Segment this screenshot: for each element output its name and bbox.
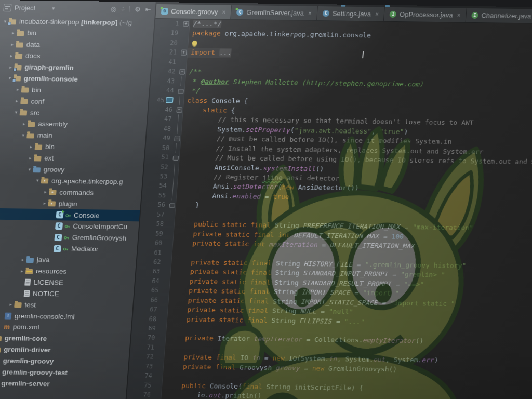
code-token: () [415, 337, 424, 345]
expand-arrow-icon[interactable]: ▸ [26, 155, 34, 161]
code-line-text[interactable]: } [176, 201, 200, 210]
tree-item-label: bin [45, 143, 55, 151]
expand-arrow-icon[interactable]: ▸ [9, 30, 17, 35]
fold-guide-line [176, 143, 177, 153]
code-line-text[interactable] [188, 38, 198, 48]
code-line-text[interactable]: io.out.println() [161, 390, 262, 399]
folder-icon [20, 110, 28, 115]
expand-arrow-icon[interactable]: ▸ [28, 144, 35, 149]
expand-arrow-icon[interactable]: ▾ [26, 167, 34, 172]
code-token: = [317, 241, 330, 249]
code-line-text[interactable]: /*...*/ [190, 19, 222, 29]
editor-tab-opprocessor-java[interactable]: IOpProcessor.java× [384, 7, 467, 22]
fold-marker-icon[interactable] [172, 156, 179, 161]
expand-arrow-icon[interactable]: ▾ [12, 110, 20, 115]
tab-close-icon[interactable]: × [457, 11, 461, 19]
tab-close-icon[interactable]: × [308, 9, 312, 17]
expand-arrow-icon[interactable]: ▸ [14, 87, 22, 92]
settings-gear-icon[interactable]: ⚙ [135, 5, 141, 13]
code-line-text[interactable] [172, 248, 176, 257]
editor-tab-gremlinserver-java[interactable]: CGremlinServer.java× [231, 5, 318, 20]
code-token: static [203, 106, 228, 114]
folder-source-icon [33, 167, 41, 172]
line-number: 57 [140, 209, 168, 219]
code-token: err [422, 356, 435, 364]
fold-marker-icon[interactable] [178, 89, 184, 94]
screen: Project ▾ ◎÷⚙⇤ ▾incubator-tinkerpop [tin… [0, 0, 532, 399]
code-line-text[interactable]: import ... [188, 48, 232, 58]
intention-bulb-icon[interactable] [192, 41, 197, 46]
expand-arrow-icon[interactable]: ▸ [8, 53, 16, 58]
code-line-text[interactable] [166, 324, 170, 334]
code-token: new [282, 183, 295, 191]
line-number: 45 [149, 95, 177, 105]
locate-icon[interactable]: ◎ [110, 5, 116, 12]
tree-item-label: resources [36, 267, 67, 275]
tab-label: Settings.java [332, 9, 371, 18]
project-view-dropdown[interactable]: ▾ [52, 5, 108, 11]
editor-tab-settings-java[interactable]: CSettings.java× [317, 6, 385, 21]
expand-arrow-icon[interactable]: ▸ [41, 201, 49, 206]
expand-arrow-icon[interactable]: ▸ [20, 121, 28, 126]
expand-arrow-icon[interactable]: ▾ [19, 132, 27, 138]
tree-item-gremlin-driver[interactable]: ▸gremlin-driver [0, 343, 130, 357]
tree-item-label: data [26, 41, 40, 48]
fold-marker-icon[interactable]: + [181, 50, 187, 56]
fold-gutter: − [178, 67, 187, 77]
tree-item-test[interactable]: ▸test [0, 298, 133, 312]
tree-item-pom-xml[interactable]: mpom.xml [0, 321, 131, 335]
code-editor[interactable]: 1+/*...*/19package org.apache.tinkerpop.… [125, 19, 532, 399]
expand-arrow-icon[interactable]: ▸ [8, 42, 16, 47]
code-line-text[interactable] [163, 371, 166, 381]
fold-marker-icon[interactable]: − [179, 69, 185, 75]
mvn-icon: m [4, 324, 10, 330]
tree-item-label: conf [31, 97, 45, 105]
code-token: String [270, 278, 303, 287]
folder-pkg-icon [41, 179, 49, 184]
code-line-text[interactable]: /** [186, 67, 202, 77]
line-number: 48 [147, 124, 175, 134]
tree-item-gremlin-groovy[interactable]: ▸gremlin-groovy [0, 355, 129, 368]
tree-item-gremlin-console-iml[interactable]: Igremlin-console.iml [0, 310, 132, 323]
code-line-text[interactable]: */ [184, 86, 201, 96]
folder-icon [35, 144, 43, 150]
fold-gutter [171, 153, 180, 163]
expand-arrow-icon[interactable]: ▸ [13, 98, 21, 103]
tree-item-gremlin-server[interactable]: ▸gremlin-server [0, 377, 127, 391]
hide-panel-icon[interactable]: ⇤ [145, 5, 151, 13]
expand-arrow-icon[interactable]: ▸ [7, 302, 15, 307]
collapse-all-icon[interactable]: ÷ [121, 5, 125, 13]
folder-pkg-icon [49, 190, 57, 195]
fold-marker-icon[interactable]: − [174, 136, 180, 141]
tree-item-notice[interactable]: NOTICE [0, 287, 134, 301]
tree-item-gremlin-core[interactable]: ▸gremlin-core [0, 332, 130, 345]
expand-arrow-icon[interactable]: ▾ [34, 178, 42, 183]
expand-arrow-icon[interactable]: ▸ [18, 268, 26, 273]
code-token: AnsiConsole. [182, 163, 263, 172]
code-line-text[interactable] [187, 57, 190, 66]
tab-close-icon[interactable]: × [222, 8, 226, 16]
tree-item-gremlin-groovy-test[interactable]: ▸gremlin-groovy-test [0, 366, 128, 379]
line-number: 1 [155, 19, 182, 29]
fold-marker-icon[interactable] [169, 204, 175, 208]
expand-arrow-icon[interactable]: ▸ [42, 190, 49, 195]
code-token: private static final [175, 258, 272, 267]
editor-tab-console-groovy[interactable]: GConsole.groovy× [155, 4, 232, 19]
code-line-text[interactable]: class Console { [184, 96, 249, 106]
tree-item-label: gremlin-console.iml [14, 312, 75, 320]
tab-label: Console.groovy [171, 7, 218, 16]
class-run-icon: C [56, 211, 64, 218]
code-line-text[interactable] [165, 343, 168, 352]
fold-marker-icon[interactable]: + [183, 21, 189, 27]
fold-marker-icon[interactable]: − [176, 107, 182, 113]
code-token: io. [164, 391, 209, 399]
code-line-text[interactable] [175, 210, 179, 219]
code-line-text[interactable]: static { [183, 105, 235, 115]
tree-item-label: incubator-tinkerpop [tinkerpop] (~/g [19, 18, 132, 27]
tab-close-icon[interactable]: × [375, 10, 379, 18]
line-number: 55 [142, 191, 169, 201]
editor-tab-channelizer-java[interactable]: IChannelizer.java [466, 8, 532, 23]
fold-gutter: − [175, 105, 183, 115]
toolbar-icon [341, 5, 345, 7]
expand-arrow-icon[interactable]: ▸ [19, 257, 27, 262]
